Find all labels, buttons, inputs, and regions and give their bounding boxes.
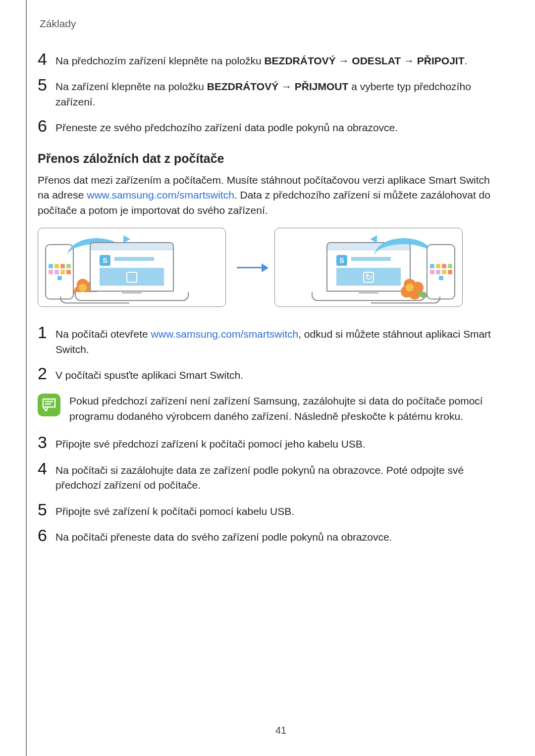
step-text: Připojte své předchozí zařízení k počíta… (55, 437, 366, 452)
pc-step-1: 1 Na počítači otevřete www.samsung.com/s… (38, 327, 495, 357)
smartphone-icon (427, 244, 455, 300)
usb-cable-icon (60, 297, 129, 303)
note-icon (38, 394, 60, 416)
subsection-title: Přenos záložních dat z počítače (38, 151, 495, 166)
step-6: 6 Přeneste ze svého předchozího zařízení… (38, 120, 495, 135)
usb-cable-icon (371, 297, 440, 303)
step-text: V počítači spusťte aplikaci Smart Switch… (55, 368, 243, 383)
note-text: Pokud předchozí zařízení není zařízení S… (69, 394, 495, 424)
step-text: Na předchozím zařízení klepněte na polož… (55, 53, 467, 68)
step-4: 4 Na předchozím zařízení klepněte na pol… (38, 53, 495, 68)
smartswitch-link[interactable]: www.samsung.com/smartswitch (151, 328, 299, 340)
page-number: 41 (27, 725, 535, 736)
step-number: 6 (38, 117, 55, 134)
step-number: 1 (38, 324, 55, 341)
step-number: 4 (38, 460, 55, 477)
pc-step-2: 2 V počítači spusťte aplikaci Smart Swit… (38, 368, 495, 383)
step-number: 4 (38, 50, 55, 67)
step-text: Na zařízení klepněte na položku BEZDRÁTO… (55, 79, 495, 109)
step-number: 3 (38, 434, 55, 451)
diagram-backup: S (38, 228, 226, 307)
step-text: Na počítači přeneste data do svého zaříz… (55, 530, 392, 545)
pc-step-3: 3 Připojte své předchozí zařízení k počí… (38, 437, 495, 452)
step-text: Na počítači otevřete www.samsung.com/sma… (55, 327, 495, 357)
step-number: 5 (38, 501, 55, 518)
step-text: Připojte své zařízení k počítači pomocí … (55, 504, 294, 519)
arrow-right-icon (233, 267, 268, 268)
step-number: 6 (38, 527, 55, 544)
step-number: 5 (38, 76, 55, 93)
intro-paragraph: Přenos dat mezi zařízením a počítačem. M… (38, 173, 495, 218)
smartswitch-link[interactable]: www.samsung.com/smartswitch (87, 189, 234, 201)
pc-step-4: 4 Na počítači si zazálohujte data ze zař… (38, 463, 495, 493)
step-5: 5 Na zařízení klepněte na položku BEZDRÁ… (38, 79, 495, 109)
section-header: Základy (27, 18, 495, 30)
note-callout: Pokud předchozí zařízení není zařízení S… (38, 394, 495, 424)
pc-step-5: 5 Připojte své zařízení k počítači pomoc… (38, 504, 495, 519)
step-number: 2 (38, 365, 55, 382)
step-text: Přeneste ze svého předchozího zařízení d… (55, 120, 398, 135)
pc-step-6: 6 Na počítači přeneste data do svého zař… (38, 530, 495, 545)
step-text: Na počítači si zazálohujte data ze zaříz… (55, 463, 495, 493)
transfer-diagram: S S (38, 228, 495, 307)
diagram-restore: S (274, 228, 463, 307)
